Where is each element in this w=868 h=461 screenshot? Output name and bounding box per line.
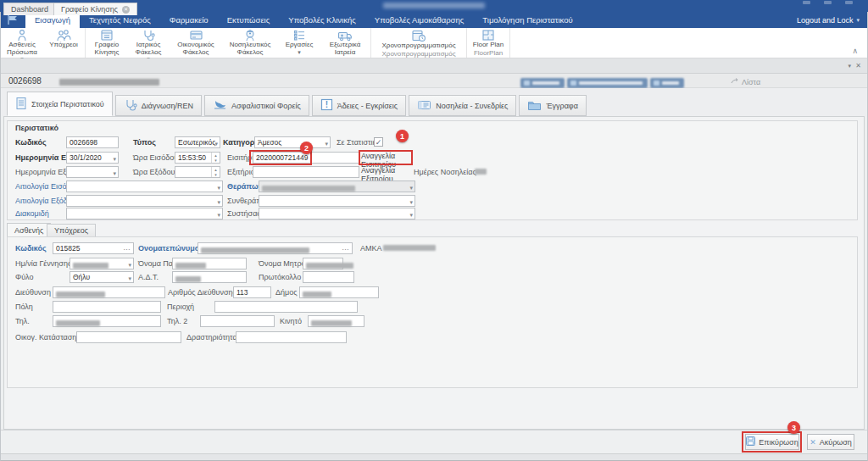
spinner-icon[interactable]: ▴▾ bbox=[211, 153, 220, 163]
akyrosi-button[interactable]: ✕ Ακύρωση bbox=[807, 434, 854, 450]
poli-input[interactable] bbox=[53, 301, 161, 313]
til2-input[interactable] bbox=[200, 315, 275, 327]
tab-diagnosi-ren[interactable]: Διάγνωση/REN bbox=[115, 95, 202, 116]
tab-ypoxreos[interactable]: Υπόχρεος bbox=[47, 224, 96, 237]
tab-adeies-egkriseis[interactable]: ! Άδειες - Εγκρίσεις bbox=[312, 95, 406, 116]
patients-persons-button[interactable]: Ασθενείς Πρόσωπα ▾ bbox=[1, 28, 43, 62]
imerominia-exodou-input[interactable]: ▾ bbox=[66, 166, 119, 178]
tabstrip-close-icon[interactable]: ✕ bbox=[855, 62, 861, 69]
bottom-strip bbox=[0, 453, 868, 461]
nurse-icon bbox=[243, 29, 257, 42]
syntherapon-select[interactable]: ▾ bbox=[259, 195, 415, 207]
folder-icon bbox=[527, 99, 542, 113]
gennisi-select[interactable]: ▾ bbox=[70, 258, 134, 269]
redacted-action-button[interactable] bbox=[650, 78, 684, 88]
ribbon-group-floorplan: Floor Plan FloorPlan bbox=[467, 28, 510, 58]
til-input[interactable] bbox=[53, 315, 161, 327]
exoterika-iatreia-button[interactable]: Εξωτερικά Ιατρεία bbox=[320, 28, 370, 56]
ellipsis-lookup-icon[interactable]: … bbox=[342, 242, 350, 253]
therapon-label: Θεράπων bbox=[227, 181, 263, 192]
close-tab-icon[interactable]: ✕ bbox=[122, 6, 130, 14]
dimos-input[interactable] bbox=[299, 286, 379, 298]
kinito-redacted bbox=[311, 320, 352, 326]
tab-dashboard[interactable]: Dashboard bbox=[3, 3, 56, 15]
exitirio-input[interactable] bbox=[253, 166, 359, 178]
diakomidi-select[interactable]: ▾ bbox=[66, 208, 223, 219]
ribbon-tab-ektyposeis[interactable]: Εκτυπώσεις bbox=[218, 12, 280, 28]
nosileytikos-fakelos-button[interactable]: Νοσηλευτικός Φάκελος bbox=[222, 28, 278, 56]
patient-kodikos-input[interactable]: 015825… bbox=[53, 242, 134, 254]
patros-input[interactable] bbox=[172, 258, 247, 269]
tab-stoixeia-peristatikou[interactable]: Στοιχεία Περιστατικού bbox=[7, 92, 113, 116]
ribbon-tab-ypovoles-aimokatharsis[interactable]: Υποβολές Αιμοκάθαρσης bbox=[365, 12, 474, 28]
chevron-down-icon: ▾ bbox=[113, 169, 116, 179]
tab-asfalistikoi-foreis[interactable]: Ασφαλιστικοί Φορείς bbox=[204, 95, 309, 116]
document-tabstrip bbox=[0, 58, 868, 74]
perioxi-input[interactable] bbox=[214, 301, 358, 313]
fylo-select[interactable]: Θήλυ▾ bbox=[70, 271, 134, 283]
floor-plan-button[interactable]: Floor Plan bbox=[468, 28, 509, 49]
titlebar-icon[interactable] bbox=[845, 1, 853, 4]
ora-eisodou-input[interactable]: 15:53:50▴▾ bbox=[175, 152, 220, 164]
dimos-label: Δήμος bbox=[275, 286, 298, 298]
ora-exodou-input[interactable]: ▴▾ bbox=[175, 166, 220, 178]
systisas-select[interactable]: ▾ bbox=[259, 208, 415, 219]
anaggelia-exitiriou-button[interactable]: Αναγγελία Εξιτηρίου bbox=[361, 166, 410, 178]
grafeio-kinisis-button[interactable]: Γραφείο Κίνησης bbox=[86, 28, 127, 56]
tab-scroll-down-icon[interactable]: ▾ bbox=[848, 63, 851, 69]
titlebar-icon[interactable] bbox=[803, 1, 810, 4]
protokollo-input[interactable] bbox=[303, 271, 354, 283]
incident-groupbox-title: Περιστατικό bbox=[15, 124, 58, 132]
statistiki-checkbox[interactable]: ✓ bbox=[374, 137, 383, 147]
drastiriotita-input[interactable] bbox=[236, 331, 347, 343]
lista-button[interactable]: Λίστα bbox=[731, 78, 760, 86]
ribbon-tab-ypovoles-klinikis[interactable]: Υποβολές Κλινικής bbox=[279, 12, 364, 28]
onomateponymo-input[interactable]: … bbox=[198, 242, 353, 254]
therapon-select[interactable]: ▾ bbox=[259, 181, 415, 192]
window-title-redacted bbox=[383, 3, 485, 8]
logout-and-lock-button[interactable]: Logout and Lock ▾ bbox=[788, 12, 868, 28]
amka-redacted bbox=[383, 245, 436, 251]
arithmos-input[interactable]: 113 bbox=[233, 286, 271, 298]
iatrikos-fakelos-button[interactable]: Ιατρικός Φάκελος ▾ bbox=[127, 28, 170, 62]
ribbon-tab-farmakeio[interactable]: Φαρμακείο bbox=[160, 12, 218, 28]
oikog-katastasi-input[interactable] bbox=[76, 331, 181, 343]
ellipsis-lookup-icon[interactable]: … bbox=[123, 242, 131, 253]
chevron-down-icon: ▾ bbox=[214, 139, 218, 149]
annotation-dot-2: 2 bbox=[300, 142, 313, 154]
typos-select[interactable]: Εσωτερικός▾ bbox=[175, 136, 220, 148]
xronoprogrammatismos-button[interactable]: Χρονοπρογραμματισμός bbox=[372, 28, 465, 50]
ribbon-group-peristatiko: Γραφείο Κίνησης Ιατρικός Φάκελος ▾ Οικον… bbox=[86, 28, 371, 58]
patient-person-icon bbox=[15, 29, 29, 42]
imerominia-eisodou-input[interactable]: 30/1/2020▾ bbox=[66, 152, 119, 164]
kinito-input[interactable] bbox=[308, 315, 364, 327]
aitiologia-exodou-select[interactable]: ▾ bbox=[66, 195, 223, 207]
kodikos-input[interactable]: 0026698 bbox=[66, 136, 119, 148]
collapse-ribbon-icon[interactable]: ∧ bbox=[852, 47, 858, 55]
tab-eggrafa[interactable]: Έγγραφα bbox=[519, 95, 586, 116]
tab-grafeio-kinisis[interactable]: Γραφείο Κίνησης ✕ bbox=[53, 3, 137, 15]
dieythynsi-input[interactable] bbox=[53, 286, 165, 298]
tab-asthenis[interactable]: Ασθενής bbox=[7, 223, 51, 237]
ergasies-button[interactable]: Εργασίες ▾ bbox=[278, 28, 320, 55]
titlebar-icon[interactable] bbox=[824, 1, 832, 4]
spinner-icon[interactable]: ▴▾ bbox=[211, 167, 220, 177]
tab-nosileia-synedries[interactable]: Νοσηλεία - Συνεδρίες bbox=[409, 95, 516, 116]
chevron-down-icon: ▾ bbox=[128, 260, 131, 270]
redacted-action-button[interactable] bbox=[567, 78, 648, 88]
form-tabs: Στοιχεία Περιστατικού Διάγνωση/REN Ασφαλ… bbox=[7, 92, 587, 116]
redacted-action-button[interactable] bbox=[520, 78, 565, 88]
til-redacted bbox=[56, 320, 100, 326]
ribbon-group-xronoprogrammatismos: Χρονοπρογραμματισμός Χρονοπρογραμματισμό… bbox=[371, 28, 467, 58]
schedule-clock-icon bbox=[411, 29, 426, 42]
ribbon-tab-timologisi[interactable]: Τιμολόγηση Περιστατικού bbox=[473, 12, 581, 28]
ribbon-group-label: Χρονοπρογραμματισμός bbox=[372, 50, 465, 58]
poli-label: Πόλη bbox=[15, 301, 33, 313]
oikonomikos-fakelos-button[interactable]: Οικονομικός Φάκελος bbox=[170, 28, 222, 56]
adt-input[interactable] bbox=[172, 271, 247, 283]
mitros-input[interactable] bbox=[303, 258, 343, 269]
katigoria-select[interactable]: Άμεσος▾ bbox=[254, 136, 331, 148]
ypoxreoi-button[interactable]: Υπόχρεοι bbox=[43, 28, 84, 49]
kinito-label: Κινητό bbox=[280, 315, 302, 327]
aitiologia-eisodou-select[interactable]: ▾ bbox=[66, 181, 223, 192]
